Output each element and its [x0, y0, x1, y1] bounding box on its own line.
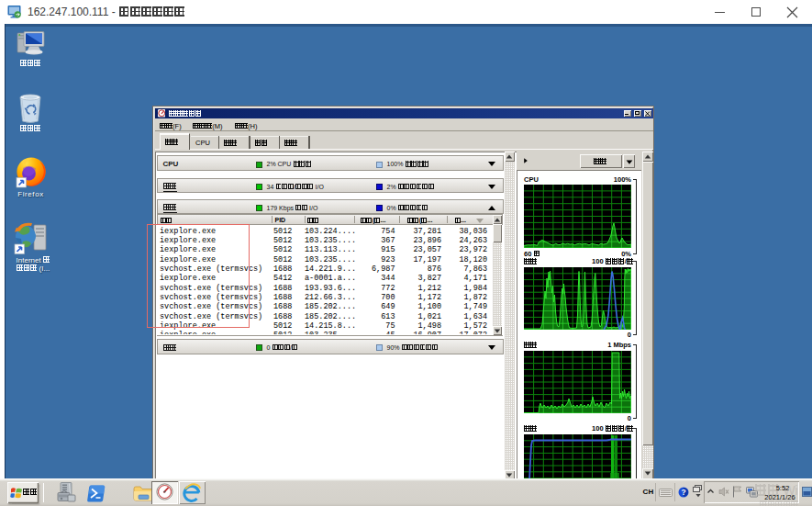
svg-text:?: ? [681, 488, 685, 497]
